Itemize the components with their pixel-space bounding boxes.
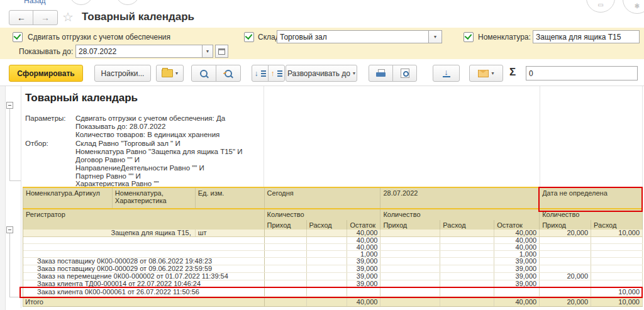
value-cell [307,288,348,296]
value-cell [307,244,348,250]
tree-line [9,109,10,180]
cancel-search-button[interactable] [216,65,241,82]
value-cell [440,244,494,250]
table-row[interactable]: Заказ поставщику 0К00-000029 от 09.06.20… [23,265,643,273]
value-cell [380,265,440,272]
value-cell: 39,000 [494,273,540,280]
search-cancel-icon [225,70,232,77]
nomenclature-checkbox[interactable] [464,32,474,42]
table-row[interactable]: Защепка для ящика Т15,шт40,00040,00020,0… [23,230,643,237]
generate-button[interactable]: Сформировать [9,65,83,82]
qty-header[interactable]: Количество [265,209,381,220]
table-row[interactable]: Заказ клиента ТД00-000014 от 22.07.2022 … [23,280,643,288]
value-cell [265,237,307,243]
collapse-button[interactable] [6,226,13,233]
table-row[interactable]: 40,00040,000 [23,237,643,244]
table-row[interactable]: 1,0001,000 [23,251,643,258]
value-cell [380,230,440,236]
col-header-date[interactable]: 28.07.2022 [380,188,540,208]
value-cell [265,288,307,296]
report-variants-button[interactable]: ▾ [156,65,184,82]
print-preview-button[interactable] [392,65,417,82]
table-header-row: Приход Расход Остаток Приход Расход Оста… [23,220,643,230]
show-until-dropdown-button[interactable]: ▾ [202,45,213,58]
subcol-header[interactable]: Остаток [347,220,380,230]
col-header-registrar[interactable]: Регистратор [23,209,265,220]
expand-groups-button[interactable]: ↑ [268,65,285,82]
chevron-down-icon: ▾ [491,70,494,76]
collapse-groups-button[interactable]: ↓ [252,65,269,82]
warehouse-dropdown-button[interactable]: ▾ [428,30,442,43]
col-header-artikul[interactable]: Номенклатура.Артикул [23,188,113,208]
table-row[interactable]: Заказ клиента 0К00-000061 от 26.07.2022 … [23,288,643,297]
table-row[interactable]: Заказ на перемещение 0К00-000002 от 01.0… [23,273,643,280]
value-cell: 39,000 [494,258,540,265]
value-cell [540,258,591,265]
top-circle-button-2[interactable] [116,0,140,5]
col-header-nomenclature[interactable]: Номенклатура, Характеристика [113,188,196,208]
value-cell [265,273,307,280]
subcol-header[interactable]: Расход [307,220,348,230]
registrar-cell: Заказ поставщику 0К00-000028 от 08.06.20… [23,258,265,265]
table-row[interactable]: Заказ поставщику 0К00-000028 от 08.06.20… [23,258,643,265]
calendar-icon [218,48,225,55]
tree-line [9,233,10,297]
warehouse-checkbox[interactable] [244,32,254,42]
calendar-button[interactable] [215,45,228,58]
tree-line [9,297,21,297]
shift-shipments-checkbox[interactable] [13,32,23,42]
subcol-header[interactable]: Приход [540,220,591,230]
forward-arrow-icon: → [41,13,50,23]
nomenclature-input[interactable] [533,30,640,43]
download-icon: ↓ [443,69,450,77]
warehouse-input[interactable] [277,30,429,43]
table-row[interactable]: 40,00040,000 [23,244,643,251]
value-cell: 1,000 [347,251,380,257]
value-cell: 1,000 [494,251,540,257]
value-cell [307,273,348,280]
value-cell: 20,000 [540,273,591,280]
subcol-header[interactable]: Приход [265,220,307,230]
show-until-input[interactable] [75,45,203,58]
save-file-button[interactable]: ↓ [433,65,460,82]
expand-to-button[interactable]: Разворачивать до ▾ [286,65,357,82]
settings-circle-button[interactable]: ✻ [623,0,644,14]
value-cell [494,288,540,296]
col-header-unit[interactable]: Ед. изм. [196,188,265,208]
value-cell [265,297,307,306]
subcol-header[interactable]: Расход [591,220,643,230]
nomenclature-cell: Защепка для ящика Т15, [23,230,196,236]
value-cell [591,265,643,272]
bookmark-icon: ▭ [597,1,603,8]
subcol-header[interactable]: Расход [440,220,494,230]
value-cell [265,265,307,272]
back-link[interactable]: Назад [24,0,45,5]
sum-field[interactable] [526,66,638,80]
favorites-circle-button[interactable]: ▭ [586,0,615,13]
value-cell: 39,000 [347,265,380,272]
favorite-star-icon[interactable]: ☆ [62,9,74,25]
qty-header[interactable]: Количество [380,209,540,220]
shift-shipments-label[interactable]: Сдвигать отгрузки с учетом обеспечения [28,33,170,42]
value-cell [307,280,348,287]
lines-icon [261,70,266,77]
chevron-down-icon: ▾ [175,70,178,76]
params-label: Параметры: [25,114,66,122]
nav-back-button[interactable]: ← [9,10,34,25]
qty-header[interactable]: Количество [540,209,643,220]
col-header-undefined-date[interactable]: Дата не определена [540,188,643,208]
subcol-header[interactable]: Приход [380,220,440,230]
col-header-today[interactable]: Сегодня [265,188,381,208]
table-total-row[interactable]: Итого40,00040,00020,00010,000 [23,297,643,307]
settings-button[interactable]: Настройки... [94,65,151,82]
collapse-button[interactable] [6,102,13,109]
nav-forward-button[interactable]: → [33,10,58,25]
print-button[interactable] [369,65,393,82]
top-circle-button-1[interactable] [69,0,93,5]
search-button[interactable] [191,65,216,82]
value-cell [265,230,307,236]
send-mail-button[interactable]: ▾ [469,65,503,82]
search-icon [200,70,208,77]
subcol-header[interactable]: Остаток [494,220,540,230]
envelope-icon [478,70,489,77]
